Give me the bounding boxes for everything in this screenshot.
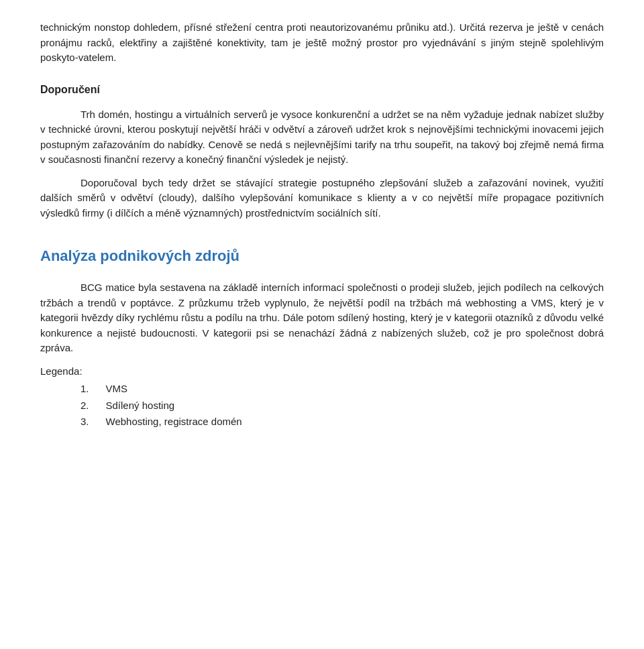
legend-list: 1. VMS2. Sdílený hosting3. Webhosting, r… [80, 381, 604, 430]
legend-item-2: 2. Sdílený hosting [80, 398, 604, 414]
intro-paragraph: technickým nonstop dohledem, přísné stře… [40, 20, 604, 66]
recommendation-paragraph2: Doporučoval bych tedy držet se stávající… [40, 176, 604, 221]
legend-title: Legenda: [40, 364, 604, 379]
analysis-paragraph1: BCG matice byla sestavena na základě int… [40, 280, 604, 356]
legend-item-1: 1. VMS [80, 381, 604, 397]
legend-block: Legenda: 1. VMS2. Sdílený hosting3. Webh… [40, 364, 604, 430]
analysis-section-title: Analýza podnikových zdrojů [40, 245, 604, 267]
legend-item-3: 3. Webhosting, registrace domén [80, 414, 604, 430]
recommendation-heading: Doporučení [40, 82, 604, 98]
recommendation-paragraph1: Trh domén, hostingu a virtuálních server… [40, 107, 604, 168]
